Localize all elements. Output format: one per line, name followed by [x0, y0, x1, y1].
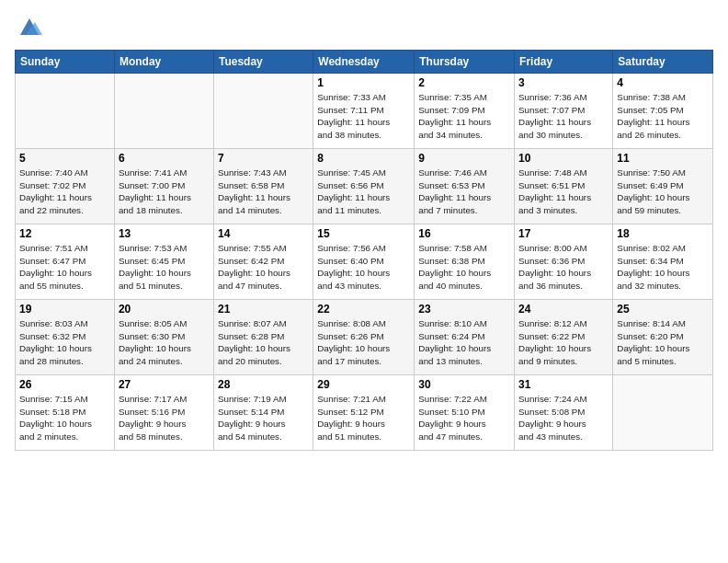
- day-info: Sunrise: 7:43 AM Sunset: 6:58 PM Dayligh…: [218, 167, 309, 217]
- calendar-cell: 5Sunrise: 7:40 AM Sunset: 7:02 PM Daylig…: [16, 149, 115, 224]
- day-number: 23: [418, 303, 510, 316]
- day-number: 28: [218, 378, 309, 391]
- day-number: 25: [617, 303, 709, 316]
- day-of-week-header: Sunday: [16, 51, 115, 74]
- day-of-week-header: Wednesday: [313, 51, 415, 74]
- day-info: Sunrise: 8:10 AM Sunset: 6:24 PM Dayligh…: [418, 317, 510, 368]
- calendar-week-row: 1Sunrise: 7:33 AM Sunset: 7:11 PM Daylig…: [16, 74, 713, 149]
- day-number: 10: [518, 152, 609, 165]
- calendar-cell: [613, 375, 713, 451]
- calendar-cell: 23Sunrise: 8:10 AM Sunset: 6:24 PM Dayli…: [415, 300, 515, 375]
- day-number: 7: [218, 152, 309, 165]
- day-number: 1: [317, 76, 410, 89]
- calendar-cell: 19Sunrise: 8:03 AM Sunset: 6:32 PM Dayli…: [16, 300, 115, 375]
- day-info: Sunrise: 7:50 AM Sunset: 6:49 PM Dayligh…: [617, 167, 709, 217]
- calendar-cell: 11Sunrise: 7:50 AM Sunset: 6:49 PM Dayli…: [613, 149, 713, 224]
- day-info: Sunrise: 8:00 AM Sunset: 6:36 PM Dayligh…: [518, 242, 609, 293]
- day-info: Sunrise: 7:40 AM Sunset: 7:02 PM Dayligh…: [19, 167, 110, 217]
- calendar-cell: 10Sunrise: 7:48 AM Sunset: 6:51 PM Dayli…: [515, 149, 613, 224]
- day-info: Sunrise: 7:36 AM Sunset: 7:07 PM Dayligh…: [518, 91, 609, 142]
- calendar-week-row: 19Sunrise: 8:03 AM Sunset: 6:32 PM Dayli…: [16, 300, 713, 375]
- calendar-cell: 7Sunrise: 7:43 AM Sunset: 6:58 PM Daylig…: [214, 149, 313, 224]
- calendar-cell: 4Sunrise: 7:38 AM Sunset: 7:05 PM Daylig…: [613, 74, 713, 149]
- logo-icon: [17, 15, 42, 40]
- calendar-cell: [16, 74, 115, 149]
- day-number: 4: [617, 76, 709, 89]
- day-number: 11: [617, 152, 709, 165]
- day-info: Sunrise: 7:58 AM Sunset: 6:38 PM Dayligh…: [418, 242, 510, 293]
- calendar-cell: 28Sunrise: 7:19 AM Sunset: 5:14 PM Dayli…: [214, 375, 313, 451]
- calendar-cell: 1Sunrise: 7:33 AM Sunset: 7:11 PM Daylig…: [313, 74, 415, 149]
- calendar-cell: 29Sunrise: 7:21 AM Sunset: 5:12 PM Dayli…: [313, 375, 415, 451]
- day-info: Sunrise: 8:05 AM Sunset: 6:30 PM Dayligh…: [119, 317, 210, 368]
- calendar-cell: 15Sunrise: 7:56 AM Sunset: 6:40 PM Dayli…: [313, 224, 415, 300]
- day-number: 21: [218, 303, 309, 316]
- day-number: 15: [317, 227, 410, 240]
- calendar-week-row: 12Sunrise: 7:51 AM Sunset: 6:47 PM Dayli…: [16, 224, 713, 300]
- calendar-cell: 9Sunrise: 7:46 AM Sunset: 6:53 PM Daylig…: [415, 149, 515, 224]
- calendar-week-row: 26Sunrise: 7:15 AM Sunset: 5:18 PM Dayli…: [16, 375, 713, 451]
- calendar-header-row: SundayMondayTuesdayWednesdayThursdayFrid…: [16, 51, 713, 74]
- calendar-cell: 14Sunrise: 7:55 AM Sunset: 6:42 PM Dayli…: [214, 224, 313, 300]
- day-number: 27: [119, 378, 210, 391]
- day-number: 5: [19, 152, 110, 165]
- header: [15, 15, 713, 40]
- calendar-cell: 27Sunrise: 7:17 AM Sunset: 5:16 PM Dayli…: [114, 375, 213, 451]
- day-number: 3: [518, 76, 609, 89]
- day-number: 19: [19, 303, 110, 316]
- day-number: 30: [418, 378, 510, 391]
- logo: [15, 15, 42, 40]
- day-of-week-header: Thursday: [415, 51, 515, 74]
- calendar-cell: 6Sunrise: 7:41 AM Sunset: 7:00 PM Daylig…: [114, 149, 213, 224]
- day-number: 6: [119, 152, 210, 165]
- calendar-cell: 21Sunrise: 8:07 AM Sunset: 6:28 PM Dayli…: [214, 300, 313, 375]
- day-info: Sunrise: 7:41 AM Sunset: 7:00 PM Dayligh…: [119, 167, 210, 217]
- day-info: Sunrise: 8:02 AM Sunset: 6:34 PM Dayligh…: [617, 242, 709, 293]
- calendar-cell: 17Sunrise: 8:00 AM Sunset: 6:36 PM Dayli…: [515, 224, 613, 300]
- day-info: Sunrise: 7:46 AM Sunset: 6:53 PM Dayligh…: [418, 167, 510, 217]
- calendar-cell: [214, 74, 313, 149]
- calendar-cell: 24Sunrise: 8:12 AM Sunset: 6:22 PM Dayli…: [515, 300, 613, 375]
- day-info: Sunrise: 7:15 AM Sunset: 5:18 PM Dayligh…: [19, 393, 110, 443]
- day-number: 20: [119, 303, 210, 316]
- day-number: 13: [119, 227, 210, 240]
- calendar-cell: 26Sunrise: 7:15 AM Sunset: 5:18 PM Dayli…: [16, 375, 115, 451]
- day-info: Sunrise: 8:03 AM Sunset: 6:32 PM Dayligh…: [19, 317, 110, 368]
- day-info: Sunrise: 7:24 AM Sunset: 5:08 PM Dayligh…: [518, 393, 609, 443]
- calendar-cell: 18Sunrise: 8:02 AM Sunset: 6:34 PM Dayli…: [613, 224, 713, 300]
- day-info: Sunrise: 7:48 AM Sunset: 6:51 PM Dayligh…: [518, 167, 609, 217]
- calendar-cell: 16Sunrise: 7:58 AM Sunset: 6:38 PM Dayli…: [415, 224, 515, 300]
- day-number: 17: [518, 227, 609, 240]
- calendar-cell: 8Sunrise: 7:45 AM Sunset: 6:56 PM Daylig…: [313, 149, 415, 224]
- calendar-cell: 31Sunrise: 7:24 AM Sunset: 5:08 PM Dayli…: [515, 375, 613, 451]
- day-info: Sunrise: 7:21 AM Sunset: 5:12 PM Dayligh…: [317, 393, 410, 443]
- day-number: 18: [617, 227, 709, 240]
- day-number: 9: [418, 152, 510, 165]
- day-info: Sunrise: 8:12 AM Sunset: 6:22 PM Dayligh…: [518, 317, 609, 368]
- day-number: 29: [317, 378, 410, 391]
- day-number: 31: [518, 378, 609, 391]
- day-of-week-header: Tuesday: [214, 51, 313, 74]
- day-info: Sunrise: 8:08 AM Sunset: 6:26 PM Dayligh…: [317, 317, 410, 368]
- calendar-cell: 12Sunrise: 7:51 AM Sunset: 6:47 PM Dayli…: [16, 224, 115, 300]
- page: SundayMondayTuesdayWednesdayThursdayFrid…: [0, 0, 728, 563]
- day-of-week-header: Saturday: [613, 51, 713, 74]
- calendar-cell: 13Sunrise: 7:53 AM Sunset: 6:45 PM Dayli…: [114, 224, 213, 300]
- day-info: Sunrise: 7:17 AM Sunset: 5:16 PM Dayligh…: [119, 393, 210, 443]
- day-info: Sunrise: 7:53 AM Sunset: 6:45 PM Dayligh…: [119, 242, 210, 293]
- day-info: Sunrise: 7:51 AM Sunset: 6:47 PM Dayligh…: [19, 242, 110, 293]
- calendar-cell: [114, 74, 213, 149]
- calendar-table: SundayMondayTuesdayWednesdayThursdayFrid…: [15, 50, 713, 451]
- day-info: Sunrise: 7:33 AM Sunset: 7:11 PM Dayligh…: [317, 91, 410, 142]
- day-of-week-header: Friday: [515, 51, 613, 74]
- day-info: Sunrise: 7:55 AM Sunset: 6:42 PM Dayligh…: [218, 242, 309, 293]
- day-number: 12: [19, 227, 110, 240]
- day-number: 24: [518, 303, 609, 316]
- day-info: Sunrise: 7:35 AM Sunset: 7:09 PM Dayligh…: [418, 91, 510, 142]
- calendar-cell: 20Sunrise: 8:05 AM Sunset: 6:30 PM Dayli…: [114, 300, 213, 375]
- day-info: Sunrise: 8:07 AM Sunset: 6:28 PM Dayligh…: [218, 317, 309, 368]
- calendar-cell: 2Sunrise: 7:35 AM Sunset: 7:09 PM Daylig…: [415, 74, 515, 149]
- day-info: Sunrise: 7:19 AM Sunset: 5:14 PM Dayligh…: [218, 393, 309, 443]
- day-info: Sunrise: 8:14 AM Sunset: 6:20 PM Dayligh…: [617, 317, 709, 368]
- calendar-cell: 3Sunrise: 7:36 AM Sunset: 7:07 PM Daylig…: [515, 74, 613, 149]
